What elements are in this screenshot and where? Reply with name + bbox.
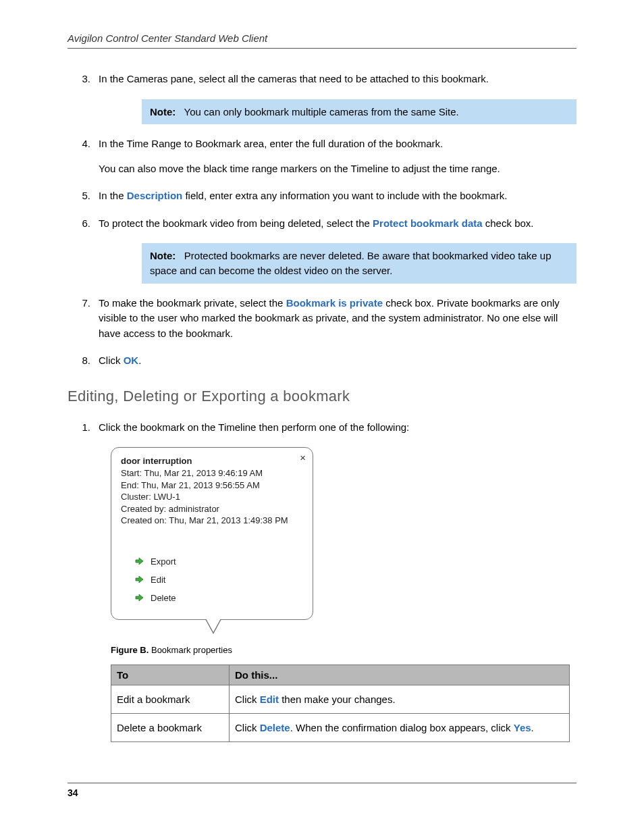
ui-link: Edit — [260, 694, 279, 705]
delete-label: Delete — [151, 593, 176, 603]
arrow-right-icon — [134, 556, 144, 566]
export-label: Export — [151, 556, 176, 567]
step-4: 4. In the Time Range to Bookmark area, e… — [68, 136, 576, 176]
note-text: Protected bookmarks are never deleted. B… — [150, 250, 552, 276]
cell-do: Click Edit then make your changes. — [230, 685, 570, 713]
step-text: Click OK. — [99, 353, 576, 369]
step-5: 5. In the Description field, enter extra… — [68, 188, 576, 204]
step-number: 5. — [68, 188, 99, 204]
ui-field-name: Bookmark is private — [286, 297, 383, 309]
section-step-1: 1. Click the bookmark on the Timeline th… — [68, 420, 576, 436]
table-row: Edit a bookmark Click Edit then make you… — [111, 685, 570, 713]
popup-end: End: Thu, Mar 21, 2013 9:56:55 AM — [121, 479, 303, 492]
ui-field-name: Description — [127, 190, 183, 201]
note-label: Note: — [150, 106, 176, 118]
popup-created-on: Created on: Thu, Mar 21, 2013 1:49:38 PM — [121, 515, 303, 527]
section-heading: Editing, Deleting or Exporting a bookmar… — [68, 388, 576, 405]
step-7: 7. To make the bookmark private, select … — [68, 296, 576, 342]
cell-to: Edit a bookmark — [111, 685, 230, 713]
step-8: 8. Click OK. — [68, 353, 576, 369]
ui-link: Delete — [260, 722, 290, 733]
arrow-right-icon — [134, 593, 144, 602]
delete-action[interactable]: Delete — [121, 589, 303, 607]
popup-title: door interruption — [121, 456, 303, 466]
step-6: 6. To protect the bookmark video from be… — [68, 216, 576, 232]
step-number: 6. — [68, 216, 99, 232]
note-box: Note: You can only bookmark multiple cam… — [142, 99, 576, 125]
step-text: Click the bookmark on the Timeline then … — [99, 420, 576, 436]
step-number: 8. — [68, 353, 99, 369]
ui-link: Yes — [514, 722, 531, 733]
popup-start: Start: Thu, Mar 21, 2013 9:46:19 AM — [121, 467, 303, 479]
ui-button-name: OK — [124, 355, 139, 366]
ui-field-name: Protect bookmark data — [373, 217, 483, 229]
table-row: Delete a bookmark Click Delete. When the… — [111, 713, 570, 741]
figure-text: Bookmark properties — [151, 645, 232, 655]
step-text: In the Description field, enter extra an… — [99, 188, 576, 204]
step-3: 3. In the Cameras pane, select all the c… — [68, 72, 576, 87]
popup-cluster: Cluster: LWU-1 — [121, 491, 303, 503]
edit-label: Edit — [151, 575, 165, 585]
arrow-right-icon — [134, 575, 144, 584]
cell-to: Delete a bookmark — [111, 713, 230, 741]
edit-action[interactable]: Edit — [121, 571, 303, 589]
export-action[interactable]: Export — [121, 552, 303, 571]
step-number: 3. — [68, 72, 99, 87]
figure-caption: Figure B. Bookmark properties — [111, 645, 576, 655]
note-box: Note: Protected bookmarks are never dele… — [142, 243, 576, 284]
close-icon[interactable]: × — [300, 452, 306, 463]
page-header: Avigilon Control Center Standard Web Cli… — [68, 32, 576, 49]
bookmark-popup: × door interruption Start: Thu, Mar 21, … — [111, 447, 313, 620]
cell-do: Click Delete. When the confirmation dial… — [230, 713, 570, 741]
step-number: 4. — [68, 136, 99, 176]
step-text: In the Time Range to Bookmark area, ente… — [99, 136, 576, 152]
step-number: 1. — [68, 420, 99, 436]
action-table: To Do this... Edit a bookmark Click Edit… — [111, 664, 570, 742]
table-header-do: Do this... — [230, 664, 570, 685]
popup-created-by: Created by: administrator — [121, 503, 303, 515]
step-text: You can also move the black time range m… — [99, 161, 576, 177]
step-text: In the Cameras pane, select all the came… — [99, 72, 576, 87]
figure-label: Figure B. — [111, 645, 149, 655]
table-header-to: To — [111, 664, 230, 685]
step-text: To protect the bookmark video from being… — [99, 216, 576, 232]
note-label: Note: — [150, 250, 176, 261]
bookmark-popup-figure: × door interruption Start: Thu, Mar 21, … — [111, 447, 313, 620]
page-number: 34 — [68, 783, 576, 798]
step-number: 7. — [68, 296, 99, 342]
step-text: To make the bookmark private, select the… — [99, 296, 576, 342]
note-text: You can only bookmark multiple cameras f… — [184, 106, 459, 118]
